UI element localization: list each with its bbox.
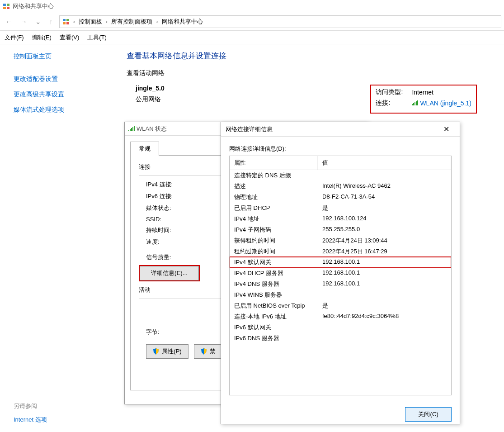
property-cell: IPv6 默认网关: [230, 322, 318, 333]
table-row[interactable]: IPv4 子网掩码255.255.255.0: [230, 224, 451, 235]
table-row[interactable]: 描述Intel(R) Wireless-AC 9462: [230, 181, 451, 192]
wlan-dialog-title: WLAN 状态: [137, 125, 167, 133]
table-row[interactable]: 已启用 DHCP是: [230, 203, 451, 214]
sidebar-item-adapter[interactable]: 更改适配器设置: [14, 75, 104, 83]
property-cell: IPv4 地址: [230, 214, 318, 224]
svg-rect-4: [63, 19, 66, 21]
property-cell: IPv4 DNS 服务器: [230, 279, 318, 290]
media-state-label: 媒体状态:: [146, 204, 196, 212]
connection-info-box: 访问类型: Internet 连接: WLAN (jingle_5.1): [370, 85, 477, 114]
table-row[interactable]: IPv4 DNS 服务器192.168.100.1: [230, 279, 451, 290]
internet-options-link[interactable]: Internet 选项: [14, 416, 47, 424]
breadcrumb-item[interactable]: 控制面板: [79, 18, 102, 26]
window-title: 网络和共享中心: [13, 2, 54, 10]
value-cell: 2022年4月25日 16:47:29: [318, 246, 451, 257]
value-cell: 2022年4月24日 13:09:44: [318, 235, 451, 246]
details-table: 属性 值 连接特定的 DNS 后缀描述Intel(R) Wireless-AC …: [229, 156, 452, 395]
up-button[interactable]: ↑: [47, 16, 56, 27]
table-row[interactable]: 获得租约的时间2022年4月24日 13:09:44: [230, 235, 451, 246]
svg-rect-6: [63, 22, 66, 24]
control-panel-icon: [62, 18, 70, 25]
table-row[interactable]: IPv4 WINS 服务器: [230, 290, 451, 300]
menu-edit[interactable]: 编辑(E): [32, 33, 52, 42]
shield-icon: [201, 348, 207, 355]
sidebar: 控制面板主页 更改适配器设置 更改高级共享设置 媒体流式处理选项: [0, 44, 118, 129]
svg-rect-1: [7, 4, 9, 6]
table-row[interactable]: 连接-本地 IPv6 地址fe80::44d7:92d4:c9c:3064%8: [230, 311, 451, 322]
bytes-label: 字节:: [146, 328, 191, 336]
svg-rect-3: [7, 7, 9, 9]
table-row[interactable]: 物理地址D8-F2-CA-71-3A-54: [230, 192, 451, 203]
chevron-right-icon: ›: [72, 18, 76, 25]
column-value[interactable]: 值: [318, 156, 451, 170]
table-row[interactable]: IPv4 地址192.168.100.124: [230, 214, 451, 224]
details-dialog-titlebar[interactable]: 网络连接详细信息 ✕: [221, 122, 460, 137]
property-cell: 已启用 NetBIOS over Tcpip: [230, 300, 318, 311]
property-cell: IPv4 默认网关: [230, 257, 318, 268]
duration-label: 持续时间:: [146, 226, 196, 234]
sidebar-item-sharing[interactable]: 更改高级共享设置: [14, 90, 104, 99]
network-icon: [3, 3, 10, 10]
details-dialog-title: 网络连接详细信息: [226, 125, 273, 133]
value-cell: [318, 290, 451, 300]
menu-tools[interactable]: 工具(T): [87, 33, 107, 42]
address-bar: ← → ⌄ ↑ › 控制面板 › 所有控制面板项 › 网络和共享中心: [0, 13, 504, 31]
value-cell: 192.168.100.1: [318, 268, 451, 279]
close-button[interactable]: 关闭(C): [405, 407, 452, 422]
sidebar-item-home[interactable]: 控制面板主页: [14, 52, 104, 61]
wlan-link[interactable]: WLAN (jingle_5.1): [420, 100, 471, 107]
close-icon[interactable]: ✕: [437, 123, 455, 136]
table-row[interactable]: IPv6 DNS 服务器: [230, 333, 451, 344]
details-list-label: 网络连接详细信息(D):: [229, 145, 452, 153]
value-cell: 是: [318, 203, 451, 214]
sent-label: 已发: [146, 304, 232, 312]
property-cell: 获得租约的时间: [230, 235, 318, 246]
property-cell: 连接特定的 DNS 后缀: [230, 170, 318, 181]
wifi-icon: [128, 126, 135, 132]
menu-file[interactable]: 文件(F): [5, 33, 24, 42]
tab-general[interactable]: 常规: [130, 142, 159, 156]
access-type-value: Internet: [412, 89, 433, 96]
table-row[interactable]: 连接特定的 DNS 后缀: [230, 170, 451, 181]
svg-rect-0: [3, 4, 6, 6]
svg-rect-5: [66, 19, 69, 21]
menu-view[interactable]: 查看(V): [60, 33, 79, 42]
properties-button[interactable]: 属性(P): [146, 344, 188, 359]
breadcrumb-item[interactable]: 网络和共享中心: [162, 18, 203, 26]
value-cell: [318, 333, 451, 344]
column-property[interactable]: 属性: [230, 156, 318, 170]
details-button[interactable]: 详细信息(E)...: [140, 266, 199, 280]
table-row[interactable]: 租约过期的时间2022年4月25日 16:47:29: [230, 246, 451, 257]
network-type: 公用网络: [136, 95, 165, 104]
sidebar-footer: 另请参阅 Internet 选项: [14, 402, 47, 424]
svg-rect-7: [66, 22, 69, 24]
property-cell: IPv4 子网掩码: [230, 224, 318, 235]
property-cell: 物理地址: [230, 192, 318, 203]
breadcrumb[interactable]: › 控制面板 › 所有控制面板项 › 网络和共享中心: [59, 15, 502, 28]
recent-button[interactable]: ⌄: [33, 16, 44, 28]
property-cell: IPv4 DHCP 服务器: [230, 268, 318, 279]
disable-button-label: 禁: [210, 347, 216, 356]
ssid-label: SSID:: [146, 216, 196, 223]
table-row[interactable]: IPv4 DHCP 服务器192.168.100.1: [230, 268, 451, 279]
network-name: jingle_5.0: [136, 85, 165, 92]
properties-button-label: 属性(P): [162, 347, 182, 356]
sidebar-item-media[interactable]: 媒体流式处理选项: [14, 106, 104, 114]
value-cell: D8-F2-CA-71-3A-54: [318, 192, 451, 203]
back-button[interactable]: ←: [3, 16, 15, 27]
breadcrumb-item[interactable]: 所有控制面板项: [111, 18, 152, 26]
menu-bar: 文件(F) 编辑(E) 查看(V) 工具(T): [0, 31, 504, 44]
access-type-label: 访问类型:: [376, 88, 412, 96]
wifi-icon: [412, 100, 418, 106]
shield-icon: [153, 348, 159, 355]
property-cell: IPv6 DNS 服务器: [230, 333, 318, 344]
table-row[interactable]: IPv6 默认网关: [230, 322, 451, 333]
value-cell: fe80::44d7:92d4:c9c:3064%8: [318, 311, 451, 322]
disable-button[interactable]: 禁: [194, 344, 222, 359]
table-row[interactable]: 已启用 NetBIOS over Tcpip是: [230, 300, 451, 311]
value-cell: 192.168.100.1: [318, 257, 451, 268]
forward-button[interactable]: →: [18, 16, 30, 27]
table-row[interactable]: IPv4 默认网关192.168.100.1: [230, 257, 451, 268]
property-cell: 已启用 DHCP: [230, 203, 318, 214]
svg-rect-2: [3, 7, 6, 9]
